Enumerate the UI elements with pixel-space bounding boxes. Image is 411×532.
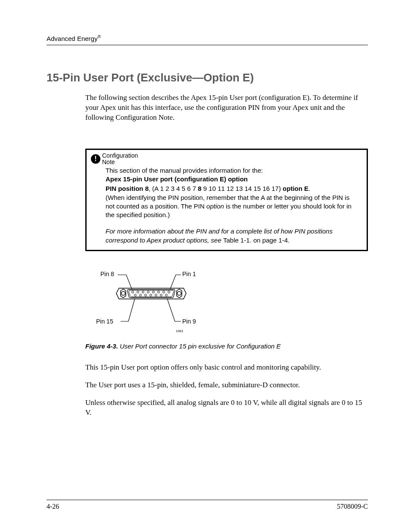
figure-code: 1061 — [176, 329, 184, 333]
config-line-3: (When identifying the PIN position, reme… — [106, 193, 360, 220]
svg-point-15 — [150, 294, 152, 296]
paragraph-1: This 15-pin User port option offers only… — [85, 363, 368, 373]
svg-point-11 — [168, 291, 170, 293]
page-header: Advanced Energy® — [47, 34, 368, 45]
figure-caption: Figure 4-3. User Port connector 15 pin e… — [85, 342, 368, 350]
config-footer: For more information about the PIN and f… — [106, 227, 360, 245]
svg-point-14 — [145, 294, 147, 296]
svg-point-1 — [121, 291, 125, 295]
svg-point-12 — [134, 294, 137, 296]
registered-mark: ® — [97, 34, 100, 39]
svg-point-6 — [142, 291, 144, 293]
intro-paragraph: The following section describes the Apex… — [85, 93, 368, 123]
svg-point-16 — [155, 294, 157, 296]
svg-point-17 — [160, 294, 162, 296]
pin9-label: Pin 9 — [182, 318, 196, 325]
section-title: 15-Pin User Port (Exclusive—Option E) — [47, 71, 368, 84]
svg-point-8 — [153, 291, 155, 293]
db15-connector-diagram: Pin 8 Pin 1 Pin 15 Pin 9 — [85, 268, 227, 337]
figure-4-3: Pin 8 Pin 1 Pin 15 Pin 9 — [85, 268, 368, 350]
doc-number: 5708009-C — [337, 503, 368, 510]
info-icon: ! — [91, 154, 100, 164]
svg-point-4 — [132, 291, 134, 293]
config-line-1: This section of the manual provides info… — [106, 166, 360, 175]
svg-point-3 — [177, 291, 181, 295]
config-line-2: Apex 15-pin User port (configuration E) … — [106, 175, 360, 184]
brand-name: Advanced Energy — [47, 35, 97, 42]
configuration-note-box: ! Configuration Note This section of the… — [85, 149, 368, 251]
paragraph-2: The User port uses a 15-pin, shielded, f… — [85, 380, 368, 390]
paragraph-3: Unless otherwise specified, all analog s… — [85, 398, 368, 418]
svg-point-9 — [158, 291, 160, 293]
pin15-label: Pin 15 — [96, 318, 113, 325]
svg-point-18 — [165, 294, 168, 296]
svg-point-5 — [137, 291, 139, 293]
svg-point-7 — [147, 291, 149, 293]
config-note-label: Configuration Note — [102, 152, 138, 165]
pin8-label: Pin 8 — [100, 271, 114, 277]
config-pin-line: PIN position 8, (A 1 2 3 4 5 6 7 8 9 10 … — [106, 184, 360, 193]
svg-point-13 — [140, 294, 142, 296]
page-footer: 4-26 5708009-C — [47, 500, 368, 510]
pin1-label: Pin 1 — [182, 271, 196, 277]
page-number: 4-26 — [47, 503, 59, 510]
svg-point-10 — [163, 291, 165, 293]
